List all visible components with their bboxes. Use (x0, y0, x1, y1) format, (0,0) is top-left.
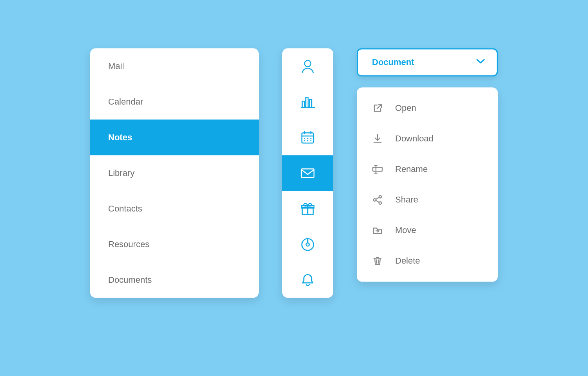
svg-point-14 (310, 140, 312, 141)
action-label: Share (395, 195, 418, 205)
svg-point-12 (304, 140, 305, 141)
svg-rect-3 (306, 97, 308, 107)
action-open[interactable]: Open (357, 93, 498, 123)
dropdown-selected-label: Document (372, 57, 414, 67)
chevron-down-icon (475, 56, 486, 69)
action-label: Move (395, 225, 416, 235)
menu-item-label: Library (108, 168, 134, 178)
svg-point-20 (306, 243, 309, 246)
rename-icon (371, 164, 384, 175)
action-label: Download (395, 134, 434, 144)
action-rename[interactable]: Rename (357, 154, 498, 184)
svg-point-9 (304, 137, 305, 139)
menu-item-label: Mail (108, 61, 124, 71)
menu-item-label: Documents (108, 275, 152, 285)
action-download[interactable]: Download (357, 123, 498, 154)
move-icon (371, 225, 384, 236)
svg-point-13 (307, 140, 309, 141)
right-column: Document Open (357, 48, 498, 282)
bar-chart-icon (300, 94, 316, 110)
rail-item-bell[interactable] (282, 262, 333, 298)
user-icon (300, 58, 316, 74)
rail-item-calendar[interactable] (282, 119, 333, 155)
menu-item-mail[interactable]: Mail (90, 48, 259, 84)
action-move[interactable]: Move (357, 215, 498, 246)
menu-item-label: Calendar (108, 97, 143, 107)
action-label: Delete (395, 256, 420, 266)
svg-rect-4 (309, 99, 312, 107)
delete-icon (371, 255, 384, 266)
action-label: Rename (395, 164, 428, 174)
action-share[interactable]: Share (357, 184, 498, 215)
menu-item-label: Contacts (108, 204, 142, 214)
gift-icon (300, 201, 316, 217)
menu-item-contacts[interactable]: Contacts (90, 191, 259, 226)
menu-item-library[interactable]: Library (90, 155, 259, 191)
svg-point-10 (307, 137, 309, 139)
nav-menu: Mail Calendar Notes Library Contacts Res… (90, 48, 259, 298)
action-label: Open (395, 103, 416, 113)
rail-item-gift[interactable] (282, 191, 333, 226)
svg-rect-22 (373, 167, 382, 171)
svg-rect-15 (301, 169, 314, 177)
share-icon (371, 194, 384, 205)
svg-rect-2 (302, 101, 305, 107)
menu-item-notes[interactable]: Notes (90, 119, 259, 155)
svg-point-11 (310, 137, 312, 139)
rail-item-disc[interactable] (282, 226, 333, 262)
menu-item-label: Resources (108, 239, 149, 249)
bell-icon (300, 272, 316, 288)
action-menu: Open Download (357, 87, 498, 282)
svg-point-24 (379, 195, 381, 198)
rail-item-mail[interactable] (282, 155, 333, 191)
menu-item-resources[interactable]: Resources (90, 226, 259, 262)
rail-item-user[interactable] (282, 48, 333, 84)
menu-item-label: Notes (108, 132, 132, 143)
svg-point-0 (305, 60, 311, 67)
download-icon (371, 133, 384, 144)
rail-item-chart[interactable] (282, 84, 333, 119)
svg-point-25 (374, 199, 376, 201)
disc-icon (300, 237, 316, 252)
action-delete[interactable]: Delete (357, 246, 498, 276)
mail-icon (299, 165, 316, 181)
open-icon (371, 103, 384, 114)
document-dropdown[interactable]: Document (357, 48, 498, 76)
svg-point-26 (379, 202, 381, 204)
calendar-icon (300, 130, 316, 145)
icon-rail (282, 48, 333, 298)
menu-item-documents[interactable]: Documents (90, 262, 259, 298)
menu-item-calendar[interactable]: Calendar (90, 84, 259, 119)
